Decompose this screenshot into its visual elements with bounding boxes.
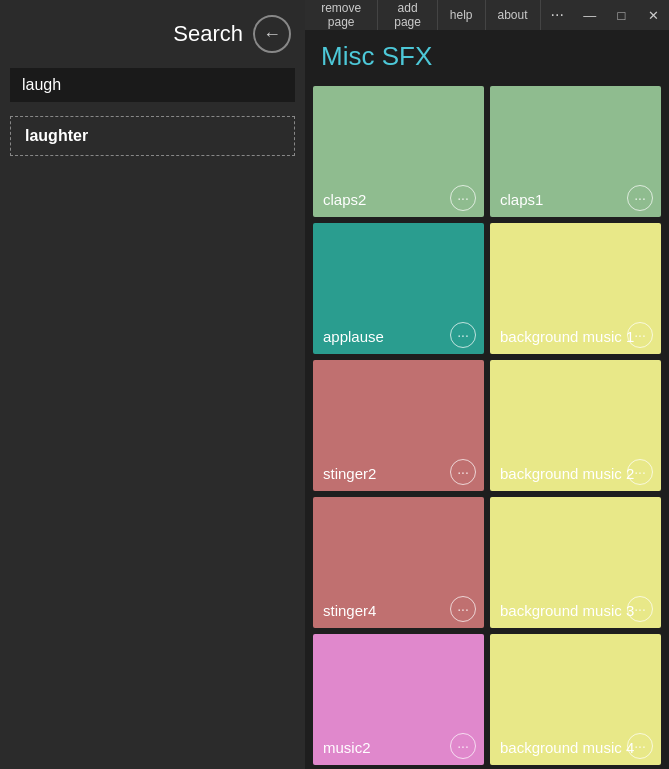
card-menu-button-claps1[interactable]: ···: [627, 185, 653, 211]
add-page-button[interactable]: add page: [378, 0, 438, 30]
card-label-claps2: claps2: [323, 191, 366, 209]
card-background-music-3[interactable]: background music 3···: [490, 497, 661, 628]
card-label-applause: applause: [323, 328, 384, 346]
search-back-button[interactable]: ←: [253, 15, 291, 53]
remove-page-button[interactable]: remove page: [305, 0, 378, 30]
card-label-claps1: claps1: [500, 191, 543, 209]
card-label-background-music-3: background music 3: [500, 602, 634, 620]
card-menu-button-background-music-3[interactable]: ···: [627, 596, 653, 622]
close-button[interactable]: ✕: [637, 0, 669, 30]
card-label-background-music-1: background music 1: [500, 328, 634, 346]
card-menu-button-stinger4[interactable]: ···: [450, 596, 476, 622]
search-panel: Search ← laughter: [0, 0, 305, 769]
card-menu-button-music2[interactable]: ···: [450, 733, 476, 759]
search-input[interactable]: [10, 68, 295, 102]
back-arrow-icon: ←: [263, 24, 281, 45]
card-stinger2[interactable]: stinger2···: [313, 360, 484, 491]
page-title: Misc SFX: [321, 41, 432, 72]
search-header: Search ←: [0, 0, 305, 68]
card-claps2[interactable]: claps2···: [313, 86, 484, 217]
card-menu-button-background-music-1[interactable]: ···: [627, 322, 653, 348]
card-music2[interactable]: music2···: [313, 634, 484, 765]
card-label-background-music-4: background music 4: [500, 739, 634, 757]
minimize-button[interactable]: —: [574, 0, 606, 30]
more-options-button[interactable]: ···: [541, 0, 574, 30]
search-title: Search: [173, 21, 243, 47]
card-menu-button-stinger2[interactable]: ···: [450, 459, 476, 485]
search-input-container: [0, 68, 305, 112]
card-menu-button-background-music-2[interactable]: ···: [627, 459, 653, 485]
card-background-music-2[interactable]: background music 2···: [490, 360, 661, 491]
card-menu-button-applause[interactable]: ···: [450, 322, 476, 348]
card-menu-button-claps2[interactable]: ···: [450, 185, 476, 211]
page-title-bar: Misc SFX: [305, 30, 669, 82]
card-label-stinger4: stinger4: [323, 602, 376, 620]
maximize-button[interactable]: □: [606, 0, 638, 30]
card-applause[interactable]: applause···: [313, 223, 484, 354]
autocomplete-laughter[interactable]: laughter: [10, 116, 295, 156]
card-label-stinger2: stinger2: [323, 465, 376, 483]
card-stinger4[interactable]: stinger4···: [313, 497, 484, 628]
nav-bar: remove page add page help about ··· — □ …: [305, 0, 669, 30]
card-background-music-1[interactable]: background music 1···: [490, 223, 661, 354]
cards-grid: claps2···claps1···applause···background …: [305, 82, 669, 769]
main-content: remove page add page help about ··· — □ …: [305, 0, 669, 769]
help-button[interactable]: help: [438, 0, 486, 30]
card-label-background-music-2: background music 2: [500, 465, 634, 483]
card-background-music-4[interactable]: background music 4···: [490, 634, 661, 765]
card-menu-button-background-music-4[interactable]: ···: [627, 733, 653, 759]
about-button[interactable]: about: [486, 0, 541, 30]
card-label-music2: music2: [323, 739, 371, 757]
card-claps1[interactable]: claps1···: [490, 86, 661, 217]
